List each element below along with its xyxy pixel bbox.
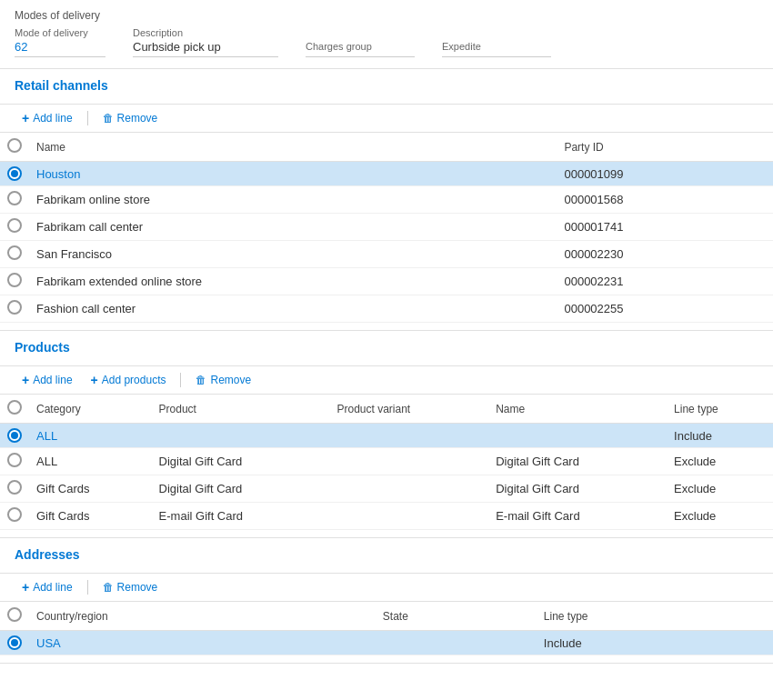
row-radio-cell[interactable] bbox=[0, 631, 29, 655]
row-radio-cell[interactable] bbox=[0, 424, 29, 448]
row-radio-cell[interactable] bbox=[0, 268, 29, 295]
products-toolbar: + Add line + Add products 🗑 Remove bbox=[0, 365, 773, 395]
products-panel: Products + Add line + Add products 🗑 Rem… bbox=[0, 331, 773, 538]
products-select-all-col[interactable] bbox=[0, 395, 29, 424]
product-product-cell: E-mail Gift Card bbox=[152, 503, 330, 530]
product-variant-cell bbox=[329, 503, 488, 530]
description-value[interactable]: Curbside pick up bbox=[133, 40, 278, 57]
row-radio[interactable] bbox=[7, 166, 22, 181]
product-linetype-cell: Exclude bbox=[667, 448, 773, 475]
retail-name-cell: Fabrikam extended online store bbox=[29, 268, 557, 295]
products-select-all-checkbox[interactable] bbox=[7, 400, 22, 415]
row-radio[interactable] bbox=[7, 480, 22, 495]
table-row[interactable]: Gift CardsE-mail Gift CardE-mail Gift Ca… bbox=[0, 503, 773, 530]
mode-of-delivery-field: Mode of delivery 62 bbox=[15, 27, 105, 57]
row-radio[interactable] bbox=[7, 273, 22, 287]
row-radio[interactable] bbox=[7, 453, 22, 467]
retail-select-all-checkbox[interactable] bbox=[7, 138, 22, 153]
addresses-state-col-header: State bbox=[376, 602, 537, 631]
product-product-cell: Digital Gift Card bbox=[152, 448, 330, 475]
retail-name-cell: Fashion call center bbox=[29, 295, 557, 323]
row-radio[interactable] bbox=[7, 218, 22, 233]
retail-channels-header: Retail channels bbox=[0, 69, 773, 104]
row-radio[interactable] bbox=[7, 245, 22, 260]
products-product-col-header: Product bbox=[152, 395, 330, 424]
product-linetype-cell: Exclude bbox=[667, 475, 773, 503]
products-add-products-button[interactable]: + Add products bbox=[84, 370, 174, 390]
addresses-header: Addresses bbox=[0, 538, 773, 573]
table-row[interactable]: Houston000001099 bbox=[0, 162, 773, 186]
retail-partyid-cell: 000001741 bbox=[557, 214, 773, 241]
addresses-remove-button[interactable]: 🗑 Remove bbox=[95, 578, 166, 596]
retail-remove-button[interactable]: 🗑 Remove bbox=[95, 109, 166, 127]
row-radio[interactable] bbox=[7, 635, 22, 650]
products-remove-button[interactable]: 🗑 Remove bbox=[188, 371, 258, 389]
table-row[interactable]: San Francisco000002230 bbox=[0, 241, 773, 268]
row-radio-cell[interactable] bbox=[0, 475, 29, 503]
table-row[interactable]: ALLDigital Gift CardDigital Gift CardExc… bbox=[0, 448, 773, 475]
product-product-cell bbox=[152, 424, 330, 448]
row-radio-cell[interactable] bbox=[0, 162, 29, 186]
products-variant-col-header: Product variant bbox=[329, 395, 488, 424]
products-add-line-button[interactable]: + Add line bbox=[15, 370, 80, 390]
addresses-table: Country/region State Line type USAInclud… bbox=[0, 602, 773, 655]
row-radio-cell[interactable] bbox=[0, 186, 29, 214]
retail-partyid-cell: 000002231 bbox=[557, 268, 773, 295]
expedite-field: Expedite bbox=[442, 41, 551, 57]
addresses-content: Country/region State Line type USAInclud… bbox=[0, 602, 773, 663]
table-row[interactable]: Fabrikam extended online store000002231 bbox=[0, 268, 773, 295]
address-country-cell: USA bbox=[29, 631, 376, 655]
expedite-value[interactable] bbox=[442, 54, 551, 57]
table-row[interactable]: Gift CardsDigital Gift CardDigital Gift … bbox=[0, 475, 773, 503]
product-product-cell: Digital Gift Card bbox=[152, 475, 330, 503]
retail-channels-content: Name Party ID Houston000001099Fabrikam o… bbox=[0, 133, 773, 330]
row-radio[interactable] bbox=[7, 300, 22, 315]
table-row[interactable]: Fabrikam online store000001568 bbox=[0, 186, 773, 214]
table-row[interactable]: Fabrikam call center000001741 bbox=[0, 214, 773, 241]
charges-value[interactable] bbox=[306, 54, 415, 57]
product-linetype-cell: Include bbox=[667, 424, 773, 448]
table-row[interactable]: ALLInclude bbox=[0, 424, 773, 448]
table-row[interactable]: Fashion call center000002255 bbox=[0, 295, 773, 323]
row-radio[interactable] bbox=[7, 428, 22, 443]
addresses-select-all-checkbox[interactable] bbox=[7, 607, 22, 622]
retail-channels-table: Name Party ID Houston000001099Fabrikam o… bbox=[0, 133, 773, 323]
table-row[interactable]: USAInclude bbox=[0, 631, 773, 655]
addresses-add-line-button[interactable]: + Add line bbox=[15, 577, 80, 597]
products-add-line-plus-icon: + bbox=[22, 373, 29, 387]
products-title: Products bbox=[15, 340, 758, 355]
retail-add-line-button[interactable]: + Add line bbox=[15, 108, 80, 128]
fields-row: Mode of delivery 62 Description Curbside… bbox=[15, 27, 758, 57]
retail-name-cell: San Francisco bbox=[29, 241, 557, 268]
retail-channels-panel: Retail channels + Add line 🗑 Remove Name… bbox=[0, 69, 773, 331]
retail-partyid-cell: 000001099 bbox=[557, 162, 773, 186]
modes-of-delivery-section: Modes of delivery Mode of delivery 62 De… bbox=[0, 0, 773, 69]
products-toolbar-separator bbox=[180, 373, 181, 387]
addresses-select-all-col[interactable] bbox=[0, 602, 29, 631]
row-radio-cell[interactable] bbox=[0, 295, 29, 323]
toolbar-separator bbox=[87, 111, 88, 125]
row-radio-cell[interactable] bbox=[0, 241, 29, 268]
retail-name-col-header: Name bbox=[29, 133, 557, 162]
addresses-toolbar-separator bbox=[87, 580, 88, 595]
products-remove-icon: 🗑 bbox=[196, 374, 206, 386]
products-linetype-col-header: Line type bbox=[667, 395, 773, 424]
row-radio[interactable] bbox=[7, 507, 22, 522]
row-radio-cell[interactable] bbox=[0, 448, 29, 475]
row-radio[interactable] bbox=[7, 191, 22, 205]
retail-remove-icon: 🗑 bbox=[103, 112, 114, 125]
addresses-remove-icon: 🗑 bbox=[103, 581, 114, 594]
products-add-products-plus-icon: + bbox=[91, 373, 98, 387]
modes-of-delivery-label: Modes of delivery bbox=[15, 9, 758, 22]
retail-partyid-cell: 000002230 bbox=[557, 241, 773, 268]
addresses-panel: Addresses + Add line 🗑 Remove Country/re… bbox=[0, 538, 773, 664]
mode-value[interactable]: 62 bbox=[15, 40, 105, 57]
addresses-title: Addresses bbox=[15, 547, 758, 562]
address-state-cell bbox=[376, 631, 537, 655]
mode-label: Mode of delivery bbox=[15, 27, 105, 38]
expedite-label: Expedite bbox=[442, 41, 551, 52]
product-category-cell: ALL bbox=[29, 448, 152, 475]
row-radio-cell[interactable] bbox=[0, 214, 29, 241]
row-radio-cell[interactable] bbox=[0, 503, 29, 530]
retail-select-all-col[interactable] bbox=[0, 133, 29, 162]
